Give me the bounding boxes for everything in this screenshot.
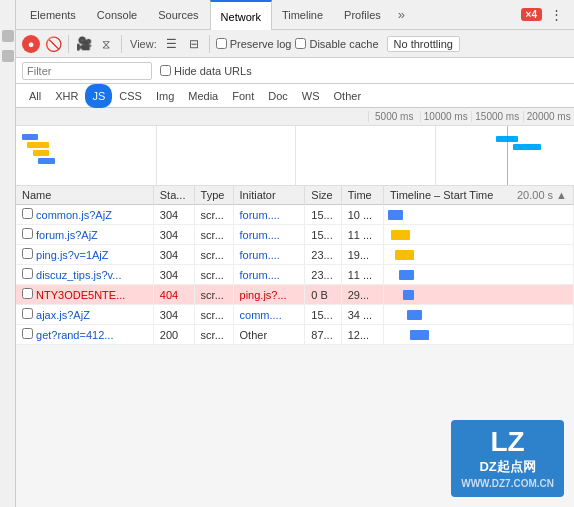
cell-name-3: ping.js?v=1AjZ: [16, 245, 153, 265]
camera-icon[interactable]: 🎥: [75, 35, 93, 53]
th-initiator[interactable]: Initiator: [233, 186, 305, 205]
table-row[interactable]: ajax.js?AjZ 304 scr... comm.... 15... 34…: [16, 305, 574, 325]
cell-init-5: ping.js?...: [233, 285, 305, 305]
preserve-log-label[interactable]: Preserve log: [216, 38, 292, 50]
view-detail-icon[interactable]: ⊟: [185, 35, 203, 53]
toolbar-separator-3: [209, 35, 210, 53]
timeline-ruler: 5000 ms 10000 ms 15000 ms 20000 ms: [16, 108, 574, 126]
row-link-4[interactable]: discuz_tips.js?v...: [36, 269, 121, 281]
ruler-marks: 5000 ms 10000 ms 15000 ms 20000 ms: [368, 111, 574, 122]
cell-size-2: 15...: [305, 225, 341, 245]
cell-name-7: get?rand=412...: [16, 325, 153, 345]
view-list-icon[interactable]: ☰: [163, 35, 181, 53]
th-type[interactable]: Type: [194, 186, 233, 205]
tab-sources[interactable]: Sources: [148, 0, 209, 30]
cell-time-6: 34 ...: [341, 305, 383, 325]
row-check-7[interactable]: [22, 328, 33, 339]
filter-input[interactable]: [22, 62, 152, 80]
no-throttling-button[interactable]: No throttling: [387, 36, 460, 52]
cell-size-6: 15...: [305, 305, 341, 325]
tab-profiles[interactable]: Profiles: [334, 0, 392, 30]
row-check-3[interactable]: [22, 248, 33, 259]
tick-1: [156, 126, 157, 185]
type-btn-img[interactable]: Img: [149, 84, 181, 108]
tab-more-icon[interactable]: »: [392, 0, 411, 30]
type-filter-bar: All XHR JS CSS Img Media Font Doc WS Oth…: [16, 84, 574, 108]
row-check-6[interactable]: [22, 308, 33, 319]
type-btn-all[interactable]: All: [22, 84, 48, 108]
row-check-4[interactable]: [22, 268, 33, 279]
row-link-5[interactable]: NTY3ODE5NTE...: [36, 289, 125, 301]
cell-status-3: 304: [153, 245, 194, 265]
filter-icon[interactable]: ⧖: [97, 35, 115, 53]
type-btn-js[interactable]: JS: [85, 84, 112, 108]
filter-bar: Hide data URLs: [16, 58, 574, 84]
type-btn-doc[interactable]: Doc: [261, 84, 295, 108]
row-link-3[interactable]: ping.js?v=1AjZ: [36, 249, 108, 261]
tab-elements[interactable]: Elements: [20, 0, 87, 30]
devtools-sidebar: [0, 0, 16, 507]
toolbar-separator-2: [121, 35, 122, 53]
type-btn-other[interactable]: Other: [327, 84, 369, 108]
error-badge: ×4: [521, 8, 542, 21]
table-row[interactable]: forum.js?AjZ 304 scr... forum.... 15... …: [16, 225, 574, 245]
clear-button[interactable]: 🚫: [44, 35, 62, 53]
settings-icon[interactable]: ⋮: [546, 5, 566, 25]
cell-type-5: scr...: [194, 285, 233, 305]
tick-2: [295, 126, 296, 185]
th-timeline[interactable]: Timeline – Start Time 20.00 s ▲: [383, 186, 573, 205]
cell-init-6: comm....: [233, 305, 305, 325]
cell-timeline-1: [383, 205, 573, 225]
cell-timeline-2: [383, 225, 573, 245]
ruler-5000: 5000 ms: [368, 111, 420, 122]
hide-data-urls-label[interactable]: Hide data URLs: [160, 65, 252, 77]
table-row[interactable]: get?rand=412... 200 scr... Other 87... 1…: [16, 325, 574, 345]
tab-network[interactable]: Network: [210, 0, 272, 30]
record-button[interactable]: ●: [22, 35, 40, 53]
cell-time-1: 10 ...: [341, 205, 383, 225]
table-body: common.js?AjZ 304 scr... forum.... 15...…: [16, 205, 574, 345]
hide-data-urls-checkbox[interactable]: [160, 65, 171, 76]
table-row-error[interactable]: NTY3ODE5NTE... 404 scr... ping.js?... 0 …: [16, 285, 574, 305]
cell-size-1: 15...: [305, 205, 341, 225]
row-check-2[interactable]: [22, 228, 33, 239]
wf-bar-3: [33, 150, 50, 156]
th-name[interactable]: Name: [16, 186, 153, 205]
timeline-cursor: [507, 126, 508, 185]
table-row[interactable]: ping.js?v=1AjZ 304 scr... forum.... 23..…: [16, 245, 574, 265]
row-check-5[interactable]: [22, 288, 33, 299]
row-link-1[interactable]: common.js?AjZ: [36, 209, 112, 221]
cell-time-5: 29...: [341, 285, 383, 305]
side-icon-1[interactable]: [2, 30, 14, 42]
row-link-6[interactable]: ajax.js?AjZ: [36, 309, 90, 321]
type-btn-font[interactable]: Font: [225, 84, 261, 108]
watermark-url: WWW.DZ7.COM.CN: [461, 478, 554, 489]
table-row[interactable]: discuz_tips.js?v... 304 scr... forum....…: [16, 265, 574, 285]
th-time[interactable]: Time: [341, 186, 383, 205]
network-table-wrapper: Name Sta... Type Initiator Size Time Tim…: [16, 186, 574, 345]
watermark-logo: LZ: [461, 428, 554, 456]
cell-status-5: 404: [153, 285, 194, 305]
cell-size-3: 23...: [305, 245, 341, 265]
disable-cache-label[interactable]: Disable cache: [295, 38, 378, 50]
cell-timeline-6: [383, 305, 573, 325]
tab-console[interactable]: Console: [87, 0, 148, 30]
tab-timeline[interactable]: Timeline: [272, 0, 334, 30]
th-status[interactable]: Sta...: [153, 186, 194, 205]
type-btn-media[interactable]: Media: [181, 84, 225, 108]
type-btn-ws[interactable]: WS: [295, 84, 327, 108]
disable-cache-checkbox[interactable]: [295, 38, 306, 49]
type-btn-xhr[interactable]: XHR: [48, 84, 85, 108]
row-link-7[interactable]: get?rand=412...: [36, 329, 113, 341]
type-btn-css[interactable]: CSS: [112, 84, 149, 108]
cell-status-2: 304: [153, 225, 194, 245]
table-row[interactable]: common.js?AjZ 304 scr... forum.... 15...…: [16, 205, 574, 225]
row-link-2[interactable]: forum.js?AjZ: [36, 229, 98, 241]
cell-name-5: NTY3ODE5NTE...: [16, 285, 153, 305]
side-icon-2[interactable]: [2, 50, 14, 62]
row-check-1[interactable]: [22, 208, 33, 219]
wf-bar-6: [513, 144, 541, 150]
th-size[interactable]: Size: [305, 186, 341, 205]
preserve-log-checkbox[interactable]: [216, 38, 227, 49]
ruler-10000: 10000 ms: [420, 111, 472, 122]
